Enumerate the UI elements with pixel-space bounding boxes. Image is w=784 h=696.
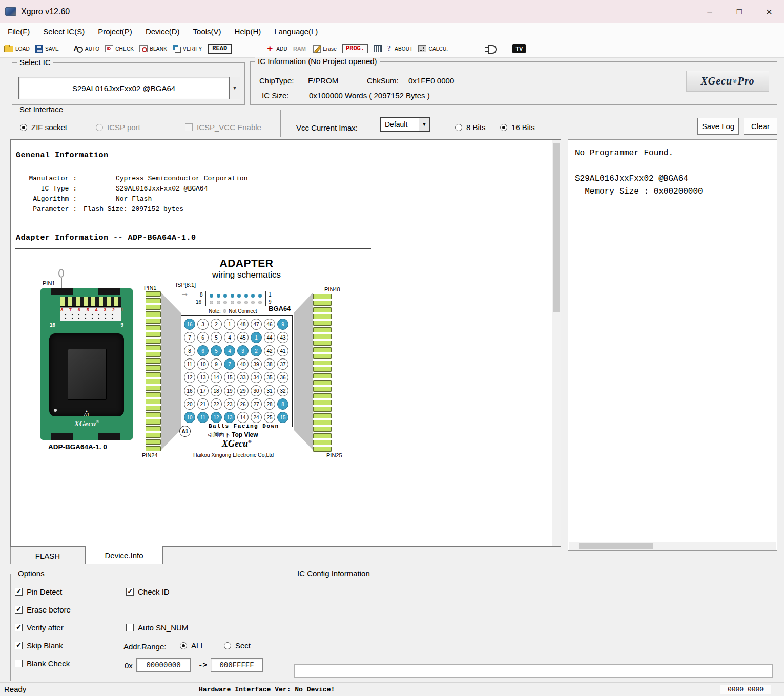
pin48-label: PIN48 (324, 286, 340, 292)
addr-sect-radio[interactable]: Sect (224, 641, 251, 650)
tv-button[interactable]: TV (512, 44, 526, 53)
ic-size-value: 0x100000 Words ( 2097152 Bytes ) (309, 91, 430, 100)
calcu-button[interactable]: CALCU. (418, 45, 448, 52)
company-name: Haikou Xingong Electronic Co,Ltd (193, 452, 274, 458)
checkbox-icon (15, 660, 23, 667)
disk-icon (35, 45, 43, 53)
horizontal-scrollbar-thumb[interactable] (579, 543, 653, 549)
skip-blank-checkbox[interactable]: Skip Blank (15, 641, 63, 650)
tab-device-info[interactable]: Device.Info (85, 546, 163, 564)
verify-icon (173, 45, 181, 53)
isp-pin-dot (210, 294, 213, 298)
bits-16-radio[interactable]: 16 Bits (500, 123, 535, 132)
pencil-icon (313, 45, 321, 53)
addr-start-input[interactable] (136, 658, 191, 672)
app-icon (5, 7, 16, 16)
close-button[interactable]: × (754, 0, 784, 23)
bga-ball: 26 (237, 398, 249, 410)
addr-end-input[interactable] (211, 658, 263, 672)
bga-ball: 15 (224, 372, 235, 383)
ic-pins-button[interactable] (374, 45, 382, 52)
save-log-button[interactable]: Save Log (697, 118, 739, 135)
set-interface-group: Set Interface ZIF socket ICSP port ICSP_… (12, 110, 281, 137)
chevron-down-icon: ▼ (233, 86, 237, 91)
menu-item-toolsv[interactable]: Tools(V) (187, 23, 228, 40)
pin-pad (313, 400, 332, 405)
menu-item-helph[interactable]: Help(H) (228, 23, 268, 40)
save-button[interactable]: SAVE (35, 45, 59, 53)
vertical-scrollbar-thumb[interactable] (553, 143, 560, 312)
bga-ball: 2 (211, 319, 222, 330)
isp-pin-dot (251, 301, 255, 304)
about-button[interactable]: ABOUT (387, 45, 412, 53)
question-icon (387, 45, 393, 53)
ic-select-dropdown-button[interactable]: ▼ (229, 77, 240, 99)
prog-button[interactable]: PROG. (342, 44, 368, 53)
zif-socket-radio[interactable]: ZIF socket (20, 123, 67, 132)
tab-flash[interactable]: FLASH (10, 547, 85, 564)
clear-button[interactable]: Clear (744, 118, 777, 135)
read-button[interactable]: READ (208, 44, 232, 54)
isp-note: Note: Not Connect (209, 308, 257, 314)
pin-detect-checkbox[interactable]: Pin Detect (15, 587, 62, 596)
auto-icon (74, 45, 83, 53)
checkbox-icon (185, 123, 193, 131)
verify-button[interactable]: VERIFY (173, 45, 202, 53)
vcc-current-dropdown[interactable]: Default ▼ (380, 117, 430, 132)
a1-orientation-circle: A1 (179, 426, 191, 437)
addr-all-radio[interactable]: ALL (180, 641, 205, 650)
pin-pad (313, 307, 332, 312)
checkbox-icon (15, 588, 23, 596)
horizontal-scrollbar[interactable] (569, 542, 776, 550)
bits-8-radio[interactable]: 8 Bits (455, 123, 486, 132)
auto-sn-checkbox[interactable]: Auto SN_NUM (126, 623, 188, 632)
bga-ball: 27 (251, 398, 262, 410)
menu-item-languagel[interactable]: Language(L) (267, 23, 324, 40)
radio-icon (455, 124, 462, 131)
verify-after-checkbox[interactable]: Verify after (15, 623, 64, 632)
pin-pad (146, 392, 161, 397)
menu-item-projectp[interactable]: Project(P) (91, 23, 139, 40)
auto-button[interactable]: AUTO (74, 45, 99, 53)
check-id-checkbox[interactable]: Check ID (126, 587, 170, 596)
toolbar-label: SAVE (45, 46, 59, 52)
status-ready: Ready (4, 685, 26, 693)
bga-ball: 6 (197, 332, 209, 343)
maximize-button[interactable]: □ (725, 0, 754, 23)
toolbar-label: ABOUT (395, 46, 412, 52)
erase-before-checkbox[interactable]: Erase before (15, 605, 71, 614)
menu-bar: File(F)Select IC(S)Project(P)Device(D)To… (0, 23, 784, 40)
balls-facing-text: Balls Facing Down (209, 423, 279, 429)
stripe-icon (374, 45, 382, 52)
pin-pad (313, 354, 332, 359)
menu-item-filef[interactable]: File(F) (1, 23, 36, 40)
icsp-vcc-checkbox[interactable]: ICSP_VCC Enable (185, 123, 261, 132)
logic-gate-button[interactable] (485, 45, 498, 53)
check-button[interactable]: CHECK (105, 45, 134, 52)
vertical-scrollbar[interactable] (552, 140, 561, 546)
toolbar-label: Erase (323, 46, 337, 52)
minimize-button[interactable]: – (695, 0, 725, 23)
pcb-label-box: 8 7 6 5 4 3 2 1 (60, 307, 121, 321)
bga-ball: 18 (211, 385, 222, 396)
ic-select-combobox[interactable]: S29AL016JxxFxx02 @BGA64 (18, 77, 229, 99)
ram-button[interactable] (293, 45, 307, 52)
menu-item-selectics[interactable]: Select IC(S) (36, 23, 91, 40)
select-ic-group: Select IC S29AL016JxxFxx02 @BGA64 ▼ (12, 62, 245, 105)
pin-pad (313, 387, 332, 392)
radio-icon (96, 124, 103, 131)
add-button[interactable]: ADD (267, 45, 287, 53)
icsp-port-radio[interactable]: ICSP port (96, 123, 140, 132)
blank-button[interactable]: BLANK (139, 45, 167, 52)
erase-button[interactable]: Erase (313, 45, 337, 53)
pin-pad (313, 334, 332, 339)
pin24-label: PIN24 (142, 452, 158, 458)
info-value: Flash Size: 2097152 bytes (84, 205, 183, 213)
connector-tab (51, 288, 73, 295)
bga-ball: 48 (237, 319, 249, 330)
blank-check-checkbox[interactable]: Blank Check (15, 659, 70, 668)
menu-item-deviced[interactable]: Device(D) (139, 23, 187, 40)
toolbar-label: BLANK (150, 46, 167, 52)
info-row: Parameter :Flash Size: 2097152 bytes (16, 205, 77, 216)
load-button[interactable]: LOAD (4, 46, 30, 52)
